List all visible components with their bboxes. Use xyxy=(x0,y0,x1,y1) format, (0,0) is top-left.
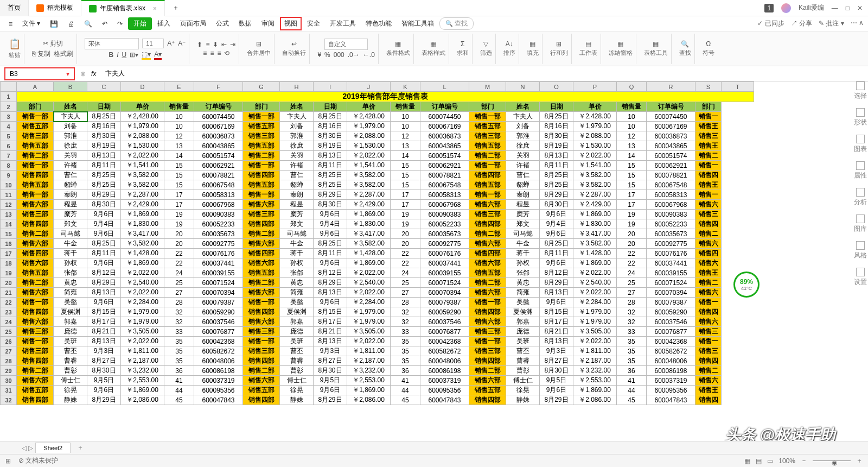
bold-button[interactable]: B xyxy=(109,51,114,59)
rowcol-icon[interactable]: ⊞ xyxy=(556,40,561,48)
rpanel-prop[interactable]: 属性 xyxy=(854,161,867,180)
close-icon[interactable]: × xyxy=(153,5,157,12)
close-window-icon[interactable]: ✕ xyxy=(857,4,863,12)
sheet-icon-btn[interactable]: ▤ xyxy=(585,40,591,48)
tab-template[interactable]: 稻壳模板 xyxy=(29,0,81,16)
rpanel-style[interactable]: 风格 xyxy=(854,241,867,260)
underline-button[interactable]: U xyxy=(122,51,127,59)
zoom-out[interactable]: － xyxy=(801,456,807,465)
qat-save[interactable]: 💾 xyxy=(46,18,62,30)
align-bot[interactable]: ⬇ xyxy=(213,41,218,48)
add-sheet-button[interactable]: ＋ xyxy=(73,443,88,452)
qat-print[interactable]: 🖨 xyxy=(63,18,79,30)
sum-icon[interactable]: Σ xyxy=(461,40,464,48)
view-page-icon[interactable]: ▤ xyxy=(756,457,762,465)
menu-security[interactable]: 安全 xyxy=(303,17,324,30)
sheet-tab[interactable]: Sheet2 xyxy=(35,443,71,453)
fx-cancel[interactable]: ⊗ xyxy=(80,70,86,78)
rpanel-shape[interactable]: 形状 xyxy=(854,108,867,127)
menu-formula[interactable]: 公式 xyxy=(212,17,233,30)
new-tab-button[interactable]: ＋ xyxy=(165,0,187,16)
menu-data[interactable]: 数据 xyxy=(234,17,256,30)
protect-status[interactable]: ⊘ 文档未保护 xyxy=(18,456,58,465)
zoom-in[interactable]: ＋ xyxy=(856,456,863,465)
menu-start[interactable]: 开始 xyxy=(128,17,152,30)
rpanel-settings[interactable]: 设置 xyxy=(854,268,867,287)
sort-icon[interactable]: A↓ xyxy=(506,40,513,48)
paste-icon[interactable]: 📋 xyxy=(9,38,21,50)
align-right[interactable]: ≡ xyxy=(217,49,221,57)
menu-file[interactable]: 文件 ▾ xyxy=(18,17,44,30)
avatar[interactable] xyxy=(781,3,791,13)
percent-icon[interactable]: % xyxy=(324,51,330,59)
numfmt-select[interactable]: 自定义 xyxy=(324,39,368,50)
freeze-icon[interactable]: ▦ xyxy=(617,40,623,48)
orient-button[interactable]: ⟲ xyxy=(224,49,229,57)
qat-preview[interactable]: 🔍 xyxy=(80,18,97,30)
painter-button[interactable]: 格式刷 xyxy=(54,49,73,59)
align-top[interactable]: ⬆ xyxy=(197,41,202,48)
merge-icon[interactable]: ⊟ xyxy=(256,40,261,48)
minimize-icon[interactable]: — xyxy=(832,4,838,12)
menu-layout[interactable]: 页面布局 xyxy=(176,17,210,30)
menu-view[interactable]: 视图 xyxy=(280,17,302,30)
right-panel: 选择 形状 图表 属性 分析 图库 风格 设置 xyxy=(853,81,868,287)
fillcolor-button[interactable]: ⬚▾ xyxy=(142,51,151,60)
name-box[interactable]: B3▾ xyxy=(4,67,75,80)
indent-dec[interactable]: ⇤ xyxy=(221,41,227,48)
menu-back[interactable]: ≡ xyxy=(4,18,17,30)
fontcolor-button[interactable]: A▾ xyxy=(154,51,162,60)
sync-status[interactable]: ✓ 已同步 xyxy=(757,19,784,28)
tab-home[interactable]: 首页 xyxy=(0,0,29,16)
grow-font-icon[interactable]: A⁺ xyxy=(167,40,175,47)
menu-ai[interactable]: 智能工具箱 xyxy=(397,17,438,30)
rpanel-select[interactable]: 选择 xyxy=(854,81,867,100)
comma-icon[interactable]: 000 xyxy=(334,51,344,59)
menu-special[interactable]: 特色功能 xyxy=(361,17,396,30)
menu-search[interactable]: 🔍 查找 xyxy=(439,17,474,30)
dec-dec-icon[interactable]: ←.0 xyxy=(363,51,375,59)
dec-inc-icon[interactable]: .0→ xyxy=(348,51,360,59)
symbol-icon[interactable]: Ω xyxy=(706,40,711,48)
view-normal-icon[interactable]: ▦ xyxy=(744,457,750,465)
fontsize-select[interactable]: 11 xyxy=(142,39,164,48)
rpanel-chart[interactable]: 图表 xyxy=(854,135,867,154)
docer-icon xyxy=(36,4,44,12)
currency-icon[interactable]: ¥ xyxy=(317,51,321,59)
wrap-icon[interactable]: ↩ xyxy=(291,40,297,48)
align-left[interactable]: ≡ xyxy=(203,49,207,57)
shrink-font-icon[interactable]: A⁻ xyxy=(178,40,186,47)
qat-redo[interactable]: ↷ xyxy=(113,18,127,30)
sheet-nav[interactable]: ◁ ▷ xyxy=(22,444,33,452)
spreadsheet-grid[interactable]: ABCDEFGHIJKLMNOPQRST12019年销售部年度销售表2部门姓名日… xyxy=(0,81,754,405)
indent-inc[interactable]: ⇥ xyxy=(230,41,235,48)
filter-icon[interactable]: ▽ xyxy=(483,40,488,48)
tbltool-icon[interactable]: ▦ xyxy=(653,40,659,48)
menu-bar: ≡ 文件 ▾ 💾 🖨 🔍 ↶ ↷ 开始 插入 页面布局 公式 数据 审阅 视图 … xyxy=(0,16,868,31)
share-button[interactable]: ↗ 分享 xyxy=(791,19,812,28)
condfmt-icon[interactable]: ▦ xyxy=(395,40,401,48)
copy-button[interactable]: ⎘ 复制 xyxy=(32,49,50,59)
border-button[interactable]: ⊞▾ xyxy=(130,51,138,59)
menu-review[interactable]: 审阅 xyxy=(257,17,279,30)
tblstyle-icon[interactable]: ▦ xyxy=(430,40,436,48)
italic-button[interactable]: I xyxy=(117,51,118,59)
zoom-slider[interactable]: ◉ xyxy=(813,460,851,461)
tab-workbook[interactable]: 年度销售表.xlsx× xyxy=(81,0,165,16)
align-center[interactable]: ≡ xyxy=(210,49,214,57)
formula-input[interactable]: 卞夫人 xyxy=(101,67,864,80)
fill-icon[interactable]: ▦ xyxy=(529,40,535,48)
menu-dev[interactable]: 开发工具 xyxy=(326,17,360,30)
font-select[interactable]: 宋体 xyxy=(85,38,139,49)
rpanel-gallery[interactable]: 图库 xyxy=(854,214,867,234)
find-icon[interactable]: 🔍 xyxy=(681,40,689,48)
qat-undo[interactable]: ↶ xyxy=(98,18,112,30)
align-mid[interactable]: ≡ xyxy=(206,41,209,48)
comment-button[interactable]: ✎ 批注 ▾ xyxy=(819,19,844,28)
cut-button[interactable]: ✂ 剪切 xyxy=(43,39,63,48)
menu-insert[interactable]: 插入 xyxy=(153,17,175,30)
view-reading-icon[interactable]: ▭ xyxy=(767,457,773,465)
maximize-icon[interactable]: □ xyxy=(846,4,850,12)
rpanel-analysis[interactable]: 分析 xyxy=(854,188,867,207)
collapse-ribbon-icon[interactable]: ⋯ ∧ xyxy=(851,19,864,28)
